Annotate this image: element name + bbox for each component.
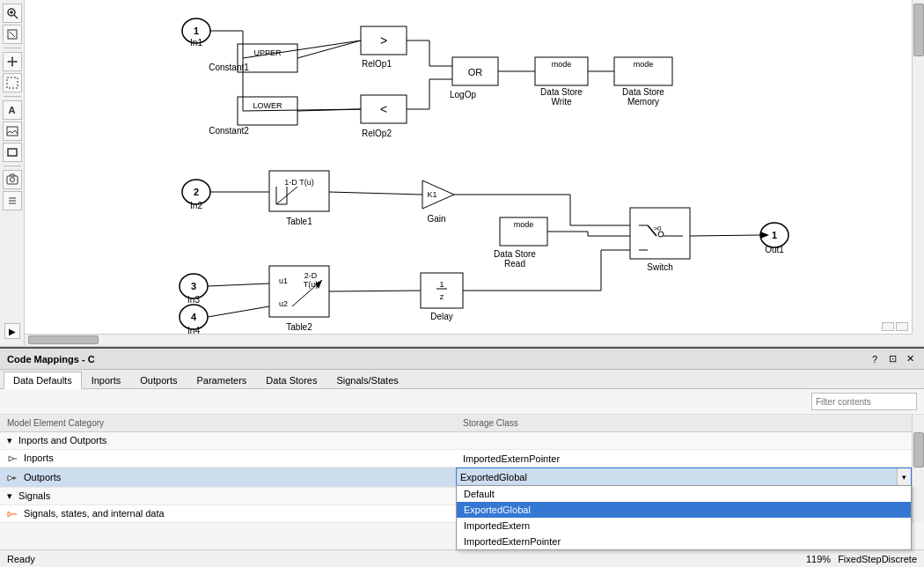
panel-help-btn[interactable]: ? [868, 352, 882, 366]
panel-scrollbar[interactable] [912, 415, 924, 523]
cell-inports-name: Inports [0, 450, 456, 468]
list-btn[interactable] [3, 191, 22, 210]
fit-view-btn[interactable] [882, 322, 894, 331]
select-btn[interactable] [3, 73, 22, 92]
svg-text:Constant2: Constant2 [209, 126, 249, 136]
svg-text:>: > [380, 33, 387, 48]
panel-undock-btn[interactable]: ⊡ [885, 352, 899, 366]
panel-close-btn[interactable]: ✕ [903, 352, 917, 366]
tab-data-defaults[interactable]: Data Defaults [4, 372, 82, 389]
svg-text:Memory: Memory [627, 97, 659, 107]
col-header-left: Model Element Category [0, 415, 456, 432]
svg-text:In4: In4 [187, 326, 200, 334]
svg-text:3: 3 [191, 281, 196, 291]
svg-text:z: z [440, 292, 444, 301]
text-btn[interactable]: A [3, 100, 22, 120]
cell-signals-name: Signals, states, and internal data [0, 505, 456, 523]
dropdown-option-default[interactable]: Default [457, 486, 911, 502]
tab-inports[interactable]: Inports [82, 372, 131, 388]
group-toggle-signals[interactable]: ▾ [7, 490, 12, 501]
left-toolbar: A ▶ [0, 0, 25, 346]
status-bar: Ready 119% FixedStepDiscrete [0, 549, 924, 567]
svg-rect-54 [500, 217, 547, 246]
svg-text:Delay: Delay [430, 312, 453, 321]
tab-outports[interactable]: Outports [130, 372, 187, 388]
dropdown-option-imported-extern-pointer[interactable]: ImportedExternPointer [457, 534, 911, 549]
outports-dropdown-arrow[interactable]: ▾ [897, 468, 911, 486]
svg-rect-58 [630, 208, 690, 259]
status-right: 119% FixedStepDiscrete [806, 554, 917, 564]
svg-text:In3: In3 [187, 295, 200, 305]
panel-scroll-thumb[interactable] [913, 432, 924, 468]
svg-line-117 [690, 235, 760, 236]
svg-text:u1: u1 [279, 276, 288, 285]
svg-text:u2: u2 [279, 299, 288, 308]
svg-rect-33 [452, 57, 498, 85]
svg-point-69 [180, 274, 208, 298]
group-toggle-inports-outports[interactable]: ▾ [7, 435, 12, 446]
pan-btn[interactable] [3, 52, 22, 71]
inport-icon [7, 453, 18, 464]
svg-text:T(u): T(u) [304, 280, 319, 289]
svg-text:1-D T(u): 1-D T(u) [284, 178, 313, 187]
svg-text:Constant1: Constant1 [209, 63, 249, 72]
cell-outports-dropdown[interactable]: ExportedGlobal ▾ Default ExportedGlobal … [456, 468, 912, 488]
tab-parameters[interactable]: Parameters [187, 372, 256, 388]
svg-text:In2: In2 [190, 201, 202, 210]
sep1 [4, 48, 21, 48]
filter-input[interactable] [811, 393, 917, 410]
code-mappings-panel: Code Mappings - C ? ⊡ ✕ Data Defaults In… [0, 347, 924, 549]
scrollbar-h-thumb[interactable] [28, 335, 99, 344]
svg-line-1 [14, 15, 18, 18]
scrollbar-v-thumb[interactable] [913, 4, 924, 56]
camera-btn[interactable] [3, 170, 22, 189]
panel-title: Code Mappings - C [7, 354, 95, 364]
svg-rect-27 [361, 26, 407, 55]
svg-text:Table1: Table1 [286, 217, 312, 226]
svg-text:Read: Read [504, 259, 525, 269]
zoom-in-btn[interactable] [3, 4, 22, 23]
svg-line-90 [243, 40, 361, 58]
tab-data-stores[interactable]: Data Stores [256, 372, 326, 388]
diagram-scrollbar-v[interactable] [912, 0, 924, 334]
status-ready: Ready [7, 554, 35, 564]
svg-text:K1: K1 [427, 190, 436, 199]
group-label-inports-outports: ▾ Inports and Outports [0, 432, 912, 450]
outports-dropdown[interactable]: ExportedGlobal ▾ [456, 468, 912, 487]
dropdown-option-exported-global[interactable]: ExportedGlobal [457, 502, 911, 518]
img-btn[interactable] [3, 122, 22, 141]
panel-controls: ? ⊡ ✕ [868, 352, 917, 366]
svg-rect-47 [269, 171, 329, 211]
svg-marker-121 [8, 475, 13, 481]
zoom-fit-btn[interactable] [3, 25, 22, 44]
sep2 [4, 96, 21, 97]
panel-toolbar [0, 389, 924, 415]
svg-line-111 [208, 284, 269, 286]
svg-text:UPPER: UPPER [253, 48, 282, 57]
outports-dropdown-popup: Default ExportedGlobal ImportedExtern Im… [456, 485, 912, 550]
svg-line-5 [10, 32, 15, 37]
svg-rect-12 [8, 149, 17, 156]
tab-signals-states[interactable]: Signals/States [326, 372, 407, 388]
svg-text:Gain: Gain [427, 214, 445, 224]
status-mode: FixedStepDiscrete [838, 554, 917, 564]
svg-point-44 [182, 180, 210, 204]
status-zoom: 119% [806, 554, 831, 564]
svg-rect-83 [421, 273, 463, 308]
svg-text:1: 1 [772, 230, 777, 240]
rect-btn[interactable] [3, 143, 22, 162]
svg-line-104 [329, 192, 422, 195]
svg-text:LOWER: LOWER [253, 101, 282, 110]
layout-btn[interactable] [896, 322, 908, 331]
svg-marker-119 [9, 456, 14, 461]
svg-rect-24 [238, 97, 297, 125]
svg-text:Write: Write [551, 97, 572, 107]
svg-text:2-D: 2-D [304, 271, 318, 280]
svg-line-61 [648, 225, 656, 236]
expand-sidebar-btn[interactable]: ▶ [4, 323, 20, 339]
svg-text:RelOp1: RelOp1 [362, 59, 392, 69]
svg-rect-30 [361, 95, 407, 123]
svg-text:Out1: Out1 [765, 245, 784, 254]
dropdown-option-imported-extern[interactable]: ImportedExtern [457, 518, 911, 534]
diagram-scrollbar-h[interactable] [25, 334, 912, 346]
